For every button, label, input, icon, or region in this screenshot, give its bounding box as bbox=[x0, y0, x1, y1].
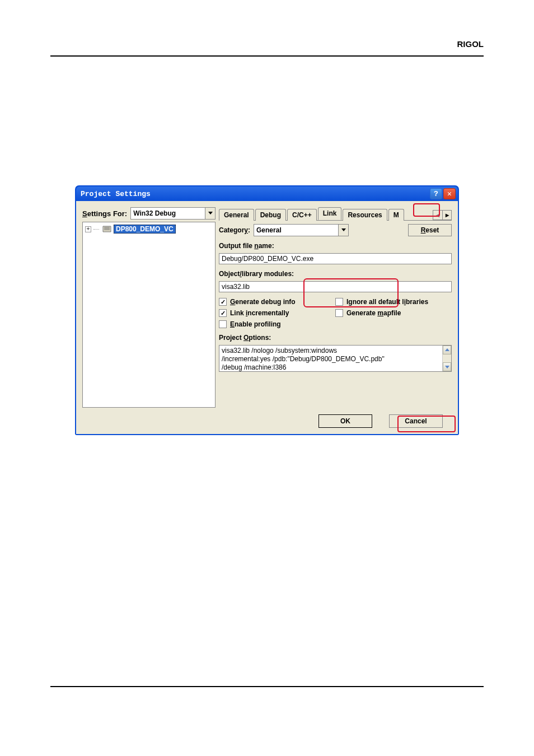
checkbox-icon[interactable] bbox=[335, 309, 343, 317]
svg-marker-4 bbox=[445, 366, 449, 368]
tab-more[interactable]: M bbox=[388, 209, 404, 221]
chk-label: Enable profiling bbox=[230, 320, 281, 328]
category-value: General bbox=[256, 226, 282, 234]
checkbox-icon[interactable] bbox=[219, 320, 227, 328]
scrollbar[interactable] bbox=[442, 346, 451, 371]
project-settings-dialog: Project Settings ? ✕ Settings For: Win32… bbox=[76, 186, 458, 435]
tab-debug[interactable]: Debug bbox=[255, 209, 286, 221]
brand-label: RIGOL bbox=[457, 39, 484, 49]
tab-link[interactable]: Link bbox=[318, 207, 342, 220]
tab-general[interactable]: General bbox=[219, 209, 254, 221]
dialog-titlebar[interactable]: Project Settings ? ✕ bbox=[76, 186, 458, 201]
settings-for-label: Settings For: bbox=[82, 209, 127, 218]
chk-label: Generate mapfile bbox=[346, 309, 401, 317]
project-tree[interactable]: + DP800_DEMO_VC bbox=[82, 222, 216, 408]
tree-root-label: DP800_DEMO_VC bbox=[114, 225, 176, 234]
svg-marker-0 bbox=[208, 212, 213, 214]
tab-resources[interactable]: Resources bbox=[343, 209, 387, 221]
chevron-down-icon[interactable] bbox=[205, 208, 215, 219]
checkbox-icon[interactable]: ✓ bbox=[219, 298, 227, 306]
close-button[interactable]: ✕ bbox=[443, 188, 456, 199]
chk-gen-mapfile[interactable]: Generate mapfile bbox=[335, 309, 452, 317]
tree-root-item[interactable]: + DP800_DEMO_VC bbox=[85, 225, 213, 234]
header-rule bbox=[50, 55, 484, 57]
tab-scroll-right[interactable]: ▸ bbox=[442, 211, 451, 220]
settings-for-combo[interactable]: Win32 Debug bbox=[130, 207, 216, 220]
project-options-label: Project Options: bbox=[219, 334, 452, 342]
help-button[interactable]: ? bbox=[430, 188, 442, 199]
chk-link-incr[interactable]: ✓ Link incrementally bbox=[219, 309, 335, 317]
tab-scroll-left[interactable]: ◂ bbox=[433, 211, 442, 220]
category-combo[interactable]: General bbox=[254, 224, 349, 236]
checkbox-icon[interactable]: ✓ bbox=[219, 309, 227, 317]
svg-marker-3 bbox=[445, 348, 449, 351]
project-options-text[interactable]: visa32.lib /nologo /subsystem:windows /i… bbox=[219, 345, 452, 372]
scroll-down-icon[interactable] bbox=[443, 362, 451, 371]
chk-ignore-libs[interactable]: Ignore all default libraries bbox=[335, 298, 452, 306]
chk-generate-debug[interactable]: ✓ Generate debug info bbox=[219, 298, 335, 306]
scroll-up-icon[interactable] bbox=[443, 346, 451, 354]
checkbox-icon[interactable] bbox=[335, 298, 343, 306]
chk-label: Link incrementally bbox=[230, 309, 289, 317]
tabstrip: General Debug C/C++ Link Resources M ◂ ▸ bbox=[219, 207, 452, 221]
project-options-value: visa32.lib /nologo /subsystem:windows /i… bbox=[222, 347, 449, 372]
reset-button[interactable]: Reset bbox=[408, 224, 452, 236]
cancel-button[interactable]: Cancel bbox=[389, 414, 443, 428]
chevron-down-icon[interactable] bbox=[338, 225, 348, 236]
ok-button[interactable]: OK bbox=[318, 414, 372, 428]
settings-for-value: Win32 Debug bbox=[133, 209, 176, 217]
category-label: Category: bbox=[219, 226, 250, 234]
svg-marker-2 bbox=[341, 228, 346, 231]
dialog-title-text: Project Settings bbox=[81, 190, 151, 198]
modules-input[interactable]: visa32.lib bbox=[219, 281, 452, 292]
chk-label: Ignore all default libraries bbox=[346, 298, 428, 306]
expander-icon[interactable]: + bbox=[85, 226, 91, 232]
tab-scroll: ◂ ▸ bbox=[433, 210, 452, 220]
tab-cpp[interactable]: C/C++ bbox=[287, 209, 317, 221]
footer-rule bbox=[50, 686, 484, 687]
modules-label: Object/library modules: bbox=[219, 270, 452, 278]
output-file-input[interactable]: Debug/DP800_DEMO_VC.exe bbox=[219, 253, 452, 264]
project-icon bbox=[102, 225, 111, 233]
chk-label: Generate debug info bbox=[230, 298, 296, 306]
output-label: Output file name: bbox=[219, 242, 452, 250]
chk-enable-profiling[interactable]: Enable profiling bbox=[219, 320, 335, 328]
